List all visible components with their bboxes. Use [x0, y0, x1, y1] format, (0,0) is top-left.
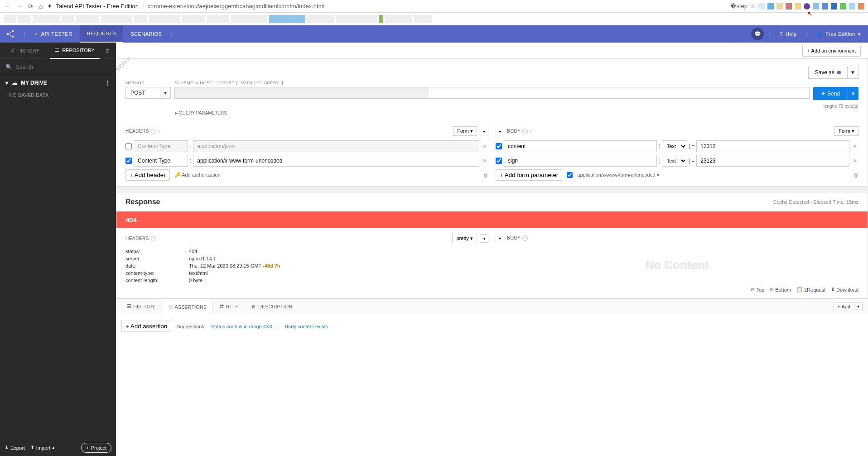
- sidebar-tab-repository[interactable]: ☰ REPOSITORY: [50, 43, 100, 59]
- bookmark-item[interactable]: [385, 15, 412, 23]
- bookmark-item[interactable]: [414, 15, 432, 23]
- save-dropdown[interactable]: ▾: [848, 66, 858, 79]
- bookmark-item[interactable]: [76, 15, 99, 23]
- delete-header-button[interactable]: ×: [481, 143, 488, 150]
- search-input[interactable]: [16, 64, 111, 70]
- add-environment-button[interactable]: + Add an environment: [802, 45, 861, 57]
- send-button[interactable]: ✈ Send: [813, 87, 848, 100]
- add-header-button[interactable]: + Add header: [125, 169, 170, 181]
- bookmark-item[interactable]: [62, 15, 74, 23]
- add-auth-link[interactable]: 🔑 Add authorization: [174, 172, 221, 178]
- forward-button[interactable]: →: [15, 2, 24, 11]
- save-as-button[interactable]: Save as: [808, 66, 848, 79]
- header-value-input[interactable]: [193, 140, 479, 152]
- body-type-checkbox[interactable]: [567, 172, 573, 178]
- bookmark-item[interactable]: [4, 15, 16, 23]
- suggestion-link-status[interactable]: Status code is in range 4XX: [211, 324, 273, 329]
- add-tab-dropdown[interactable]: ▾: [854, 302, 863, 311]
- address-bar[interactable]: ✦ Talend API Tester - Free Edition | chr…: [47, 3, 727, 10]
- translate-icon[interactable]: �step: [730, 3, 747, 10]
- help-icon[interactable]: ?: [151, 129, 156, 134]
- bookmark-item[interactable]: [149, 15, 180, 23]
- ext-icon-checked[interactable]: [804, 3, 810, 10]
- suggestion-link-body[interactable]: Body content exists: [285, 324, 328, 329]
- collapse-left[interactable]: ◂: [480, 127, 488, 135]
- headers-form-toggle[interactable]: Form ▾: [453, 126, 477, 136]
- bookmark-item[interactable]: [307, 15, 334, 23]
- ext-icon-4[interactable]: [786, 3, 792, 10]
- delete-param-button[interactable]: ×: [851, 143, 858, 150]
- help-icon[interactable]: ?: [522, 235, 528, 241]
- star-icon[interactable]: ☆: [750, 3, 756, 10]
- bookmark-item[interactable]: [18, 15, 31, 23]
- body-form-toggle[interactable]: Form ▾: [834, 126, 858, 136]
- bookmark-item[interactable]: [379, 15, 383, 23]
- bookmark-item[interactable]: [336, 15, 377, 23]
- ext-icon-6[interactable]: [813, 3, 819, 10]
- ext-icon-11[interactable]: [858, 3, 864, 10]
- ext-icon-10[interactable]: [849, 3, 855, 10]
- ext-icon-8[interactable]: [831, 3, 837, 10]
- help-icon[interactable]: ?: [151, 236, 156, 241]
- param-type-select[interactable]: Text: [662, 140, 687, 152]
- pretty-toggle[interactable]: pretty ▾: [452, 234, 477, 243]
- download-button[interactable]: ⬇ Download: [831, 287, 858, 293]
- ext-icon-7[interactable]: [822, 3, 828, 10]
- ext-icon-1[interactable]: [758, 3, 765, 10]
- header-name-input[interactable]: [134, 155, 188, 167]
- nav-scenarios[interactable]: SCENARIOS: [123, 25, 169, 43]
- bottom-button[interactable]: ⊙ Bottom: [770, 287, 791, 293]
- header-value-input[interactable]: [193, 155, 479, 167]
- ext-icon-2[interactable]: [767, 3, 774, 10]
- sort-icon[interactable]: ↕: [158, 129, 160, 134]
- home-button[interactable]: ⌂: [38, 2, 43, 11]
- sidebar-search[interactable]: 🔍: [0, 59, 116, 75]
- param-name-input[interactable]: [504, 155, 657, 167]
- body-type-select[interactable]: application/x-www-form-urlencoded ▾: [577, 172, 659, 178]
- add-form-param-button[interactable]: + Add form parameter: [496, 169, 562, 181]
- add-assertion-button[interactable]: + Add assertion: [121, 321, 171, 332]
- param-enabled-checkbox[interactable]: [496, 158, 502, 164]
- help-link[interactable]: ? Help: [772, 25, 804, 43]
- collapse-left[interactable]: ◂: [480, 234, 488, 243]
- ext-icon-9[interactable]: [840, 3, 846, 10]
- tab-history[interactable]: ☰ HISTORY: [121, 300, 161, 313]
- app-logo[interactable]: [0, 29, 22, 38]
- sort-icon[interactable]: ↕: [530, 129, 532, 134]
- bookmark-item[interactable]: [269, 15, 305, 23]
- clear-body-button[interactable]: 🗑: [854, 173, 858, 178]
- param-name-input[interactable]: [504, 140, 657, 152]
- ext-icon-5[interactable]: [795, 3, 801, 10]
- edition-menu[interactable]: 👤 Free Edition ▾: [809, 25, 868, 43]
- bookmark-item[interactable]: [101, 15, 132, 23]
- feedback-button[interactable]: 💬: [751, 28, 764, 40]
- bookmark-item[interactable]: [231, 15, 267, 23]
- bookmark-item[interactable]: [33, 15, 60, 23]
- help-icon[interactable]: ?: [522, 129, 528, 134]
- ext-icon-3[interactable]: [776, 3, 783, 10]
- param-enabled-checkbox[interactable]: [496, 143, 502, 149]
- query-params-toggle[interactable]: ▸ QUERY PARAMETERS: [116, 110, 868, 121]
- tab-http[interactable]: ⇄ HTTP: [214, 300, 244, 313]
- nav-requests[interactable]: REQUESTS: [80, 25, 124, 43]
- header-name-input[interactable]: [134, 140, 188, 152]
- header-enabled-checkbox[interactable]: [125, 143, 132, 149]
- reload-button[interactable]: ⟳: [27, 2, 34, 11]
- param-type-select[interactable]: Text: [662, 155, 687, 167]
- my-drive-row[interactable]: ▾ ☁ MY DRIVE ⋮: [0, 75, 116, 91]
- back-button[interactable]: ←: [4, 2, 12, 11]
- kebab-icon[interactable]: ⋮: [105, 80, 111, 86]
- delete-header-button[interactable]: ×: [481, 157, 488, 164]
- import-button[interactable]: ⬆ Import ▴: [30, 445, 55, 451]
- tab-assertions[interactable]: ☰ ASSERTIONS: [163, 300, 213, 314]
- param-value-input[interactable]: [696, 140, 849, 152]
- method-dropdown[interactable]: ▾: [160, 87, 171, 99]
- delete-param-button[interactable]: ×: [851, 157, 858, 164]
- nav-api-tester[interactable]: ✓ API TESTER: [27, 25, 79, 43]
- project-button[interactable]: + Project: [81, 443, 111, 453]
- export-button[interactable]: ⬇ Export: [5, 445, 25, 451]
- clear-headers-button[interactable]: 🗑: [483, 173, 488, 178]
- collapse-right[interactable]: ▸: [496, 127, 504, 135]
- bookmark-item[interactable]: [182, 15, 205, 23]
- send-dropdown[interactable]: ▾: [848, 87, 858, 100]
